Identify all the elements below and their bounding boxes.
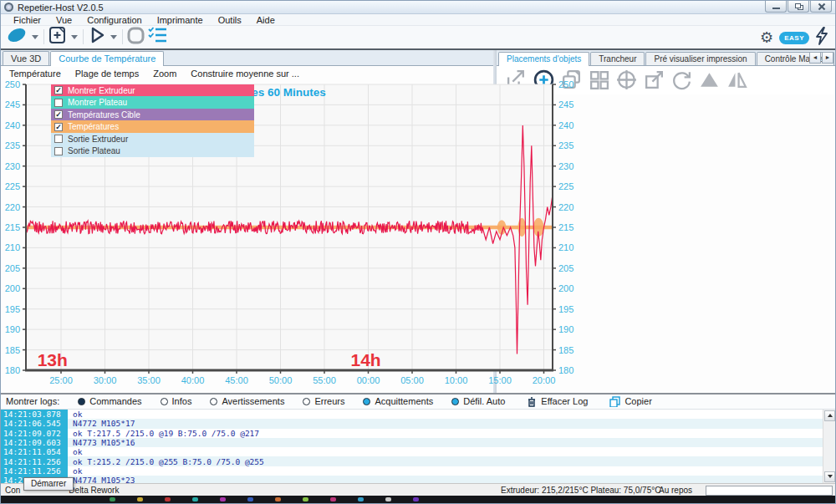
log-filter-acquittements[interactable]: Acquittements (363, 396, 433, 406)
mirror-icon[interactable] (698, 69, 721, 91)
menu-outils[interactable]: Outils (211, 15, 249, 25)
taskbar-app-icon[interactable] (413, 497, 419, 501)
log-body[interactable]: 14:21:03.878ok14:21:06.545N4772 M105*171… (1, 410, 835, 483)
chart-menu-item[interactable]: Construire moyenne sur ... (191, 69, 299, 79)
start-print-icon[interactable] (86, 25, 108, 48)
log-filter-commandes[interactable]: Commandes (78, 396, 141, 406)
filter-radio-icon[interactable] (210, 398, 217, 405)
menu-fichier[interactable]: Fichier (6, 15, 48, 25)
menu-configuration[interactable]: Configuration (79, 15, 149, 25)
taskbar-app-icon[interactable] (110, 497, 115, 501)
taskbar-app-icon[interactable] (192, 497, 198, 501)
checklist-icon[interactable] (147, 25, 169, 48)
log-timestamp: 14:21:11.054 (1, 447, 68, 456)
log-row: 14:21:09.072ok T:217.5 /215.0 @19 B:75.0… (1, 429, 835, 438)
log-filter-avertissements[interactable]: Avertissements (210, 396, 284, 406)
taskbar-app-icon[interactable] (275, 497, 281, 501)
chart-menu-item[interactable]: Température (9, 69, 61, 79)
legend-checkbox[interactable]: ✓ (54, 123, 63, 131)
grid-icon[interactable] (588, 69, 610, 91)
start-dropdown-icon[interactable] (110, 35, 117, 39)
svg-text:10:00: 10:00 (445, 375, 468, 385)
minimize-button[interactable] (765, 1, 787, 13)
log-scrollbar[interactable] (823, 410, 835, 483)
legend-label: Sortie Extrudeur (68, 135, 128, 144)
app-icon (4, 3, 13, 12)
flip-icon[interactable] (726, 69, 748, 91)
close-button[interactable] (810, 1, 832, 13)
filter-radio-icon[interactable] (78, 398, 85, 405)
legend-checkbox[interactable] (54, 99, 63, 107)
log-message: N4774 M105*23 (68, 476, 135, 483)
stop-print-icon[interactable] (125, 25, 147, 48)
legend-item[interactable]: Montrer Plateau (51, 96, 254, 109)
settings-gear-icon[interactable]: ⚙ (760, 30, 773, 45)
svg-text:210: 210 (5, 242, 20, 252)
chart-menu-item[interactable]: Plage de temps (75, 69, 139, 79)
connect-dropdown-icon[interactable] (32, 35, 38, 39)
legend-checkbox[interactable]: ✓ (54, 110, 63, 119)
left-pane: Vue 3DCourbe de Température TempératureP… (1, 50, 493, 393)
load-file-icon[interactable] (47, 25, 69, 48)
connection-status: Con (1, 486, 20, 495)
emergency-stop-icon[interactable] (815, 27, 828, 48)
taskbar-app-icon[interactable] (220, 497, 226, 501)
connect-icon[interactable] (6, 26, 29, 48)
tab-vue-3d[interactable]: Vue 3D (3, 51, 49, 65)
scroll-up-icon[interactable] (824, 410, 835, 421)
filter-radio-icon[interactable] (451, 398, 459, 405)
windows-taskbar[interactable] (1, 496, 835, 503)
log-filter-erreurs[interactable]: Erreurs (303, 396, 344, 406)
svg-text:35:00: 35:00 (137, 375, 161, 385)
svg-text:225: 225 (5, 181, 20, 191)
clear-log-button[interactable]: Effacer Log (527, 396, 588, 407)
legend-item[interactable]: ✓Températures Cible (51, 109, 254, 121)
taskbar-app-icon[interactable] (247, 497, 253, 501)
tab-courbe-de-tempe-rature[interactable]: Courbe de Température (50, 51, 164, 66)
svg-text:25:00: 25:00 (49, 375, 73, 385)
legend-item[interactable]: Sortie Extrudeur (51, 133, 254, 145)
load-dropdown-icon[interactable] (71, 35, 78, 39)
easy-mode-badge[interactable]: EASY (779, 32, 809, 44)
menu-vue[interactable]: Vue (48, 15, 79, 25)
legend-item[interactable]: ✓Températures (51, 120, 254, 133)
tabs-scroll-left-icon[interactable]: ◄ (809, 52, 821, 64)
legend-checkbox[interactable]: ✓ (54, 86, 63, 94)
legend-checkbox[interactable] (54, 147, 63, 155)
taskbar-app-icon[interactable] (303, 497, 308, 501)
taskbar-app-icon[interactable] (137, 497, 143, 501)
filter-radio-icon[interactable] (363, 398, 370, 405)
filter-radio-icon[interactable] (303, 398, 310, 405)
chart-menu-item[interactable]: Zoom (153, 69, 176, 79)
legend-item[interactable]: ✓Montrer Extrudeur (51, 84, 254, 97)
tab-pre-visualiser-impression[interactable]: Pré visualiser impression (645, 52, 755, 65)
filter-radio-icon[interactable] (161, 398, 168, 405)
log-row: 14:21:06.545N4772 M105*17 (1, 419, 835, 428)
temperature-chart[interactable]: 1801801851851901901951952002002052052102… (1, 81, 493, 393)
taskbar-app-icon[interactable] (385, 497, 391, 501)
copy-log-button[interactable]: Copier (609, 396, 651, 407)
legend-checkbox[interactable] (54, 135, 63, 143)
chart-legend: ✓Montrer ExtrudeurMontrer Plateau✓Tempér… (51, 84, 254, 157)
restore-button[interactable] (788, 1, 809, 13)
legend-item[interactable]: Sortie Plateau (51, 145, 254, 157)
taskbar-app-icon[interactable] (330, 497, 336, 501)
tab-trancheur[interactable]: Trancheur (590, 52, 645, 65)
log-filter-de-fil-auto[interactable]: Défil. Auto (451, 396, 505, 406)
scale-icon[interactable] (643, 69, 665, 91)
tabs-scroll-right-icon[interactable]: ► (822, 52, 833, 64)
svg-text:230: 230 (5, 161, 20, 171)
taskbar-app-icon[interactable] (358, 497, 364, 501)
svg-text:200: 200 (558, 283, 573, 293)
scroll-down-icon[interactable] (824, 471, 835, 482)
log-filter-infos[interactable]: Infos (161, 396, 192, 406)
tab-placements-d-objets[interactable]: Placements d'objets (498, 52, 589, 66)
log-timestamp: 14:21:03.878 (1, 410, 68, 419)
menu-imprimante[interactable]: Imprimante (150, 15, 211, 25)
center-icon[interactable] (615, 69, 638, 91)
menu-aide[interactable]: Aide (249, 15, 283, 25)
log-message: N4772 M105*17 (68, 419, 135, 428)
taskbar-app-icon[interactable] (165, 497, 171, 501)
rotate-icon[interactable] (670, 69, 693, 91)
svg-text:195: 195 (5, 304, 20, 314)
